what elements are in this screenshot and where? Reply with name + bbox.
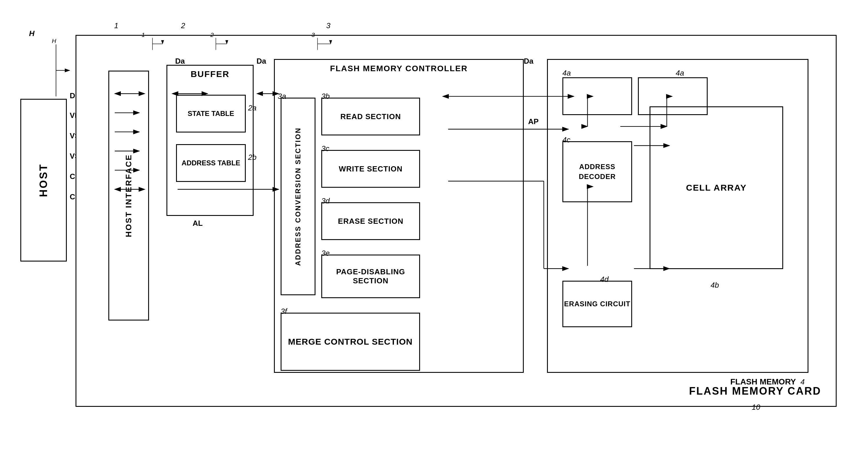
da-top-right: Da xyxy=(524,57,533,66)
state-table-label: STATE TABLE xyxy=(188,109,234,118)
erasing-circuit-label: ERASING CIRCUIT xyxy=(564,299,630,309)
write-section-box: WRITE SECTION xyxy=(321,150,420,188)
cell-array-main-box: CELL ARRAY xyxy=(650,107,783,269)
merge-control-label: MERGE CONTROL SECTION xyxy=(288,336,413,348)
read-section-label: READ SECTION xyxy=(340,112,401,121)
cell-array-label: CELL ARRAY xyxy=(686,182,747,194)
address-decoder-label: ADDRESS DECODER xyxy=(563,162,631,181)
buffer-label: BUFFER xyxy=(167,66,253,81)
flash-memory-card-label: FLASH MEMORY CARD xyxy=(689,385,821,397)
ref-4d: 4d xyxy=(600,275,609,284)
flash-memory-card-box: 1 HOST INTERFACE 2 BUFFER STATE TABLE 2a… xyxy=(75,35,837,407)
address-table-label: ADDRESS TABLE xyxy=(182,158,240,168)
ref-4b: 4b xyxy=(711,281,719,290)
merge-control-box: MERGE CONTROL SECTION xyxy=(281,313,420,371)
ref-3c: 3c xyxy=(321,144,329,153)
address-decoder-box: ADDRESS DECODER xyxy=(562,141,632,202)
flash-memory-box: 4 FLASH MEMORY 4a 4a ADDRESS DECODER 4c … xyxy=(547,59,808,373)
ref-3b: 3b xyxy=(321,92,330,101)
page-disabling-box: PAGE-DISABLING SECTION xyxy=(321,254,420,298)
ref-1: 1 xyxy=(114,21,118,30)
erasing-circuit-box: ERASING CIRCUIT xyxy=(562,281,632,327)
ref-2a: 2a xyxy=(248,103,256,113)
host-interface-box: HOST INTERFACE xyxy=(108,70,149,321)
erase-section-label: ERASE SECTION xyxy=(338,217,403,226)
address-table-box: ADDRESS TABLE xyxy=(176,144,246,182)
buffer-box: BUFFER STATE TABLE 2a ADDRESS TABLE 2b xyxy=(166,65,254,216)
host-box: HOST xyxy=(20,99,67,262)
acs-label: ADDRESS CONVERSION SECTION xyxy=(293,127,302,266)
ref-4a-left: 4a xyxy=(562,68,571,78)
ref-2b: 2b xyxy=(248,153,256,162)
al-label: AL xyxy=(193,219,203,228)
ref-3f: 3f xyxy=(281,307,287,316)
ref-2: 2 xyxy=(181,21,185,30)
ref-4a-right: 4a xyxy=(676,68,684,78)
page-disabling-label: PAGE-DISABLING SECTION xyxy=(322,267,419,285)
host-label: HOST xyxy=(37,163,50,197)
ap-label: AP xyxy=(528,117,538,126)
read-section-box: READ SECTION xyxy=(321,98,420,136)
fmc-box: FLASH MEMORY CONTROLLER ADDRESS CONVERSI… xyxy=(274,59,524,373)
erase-section-box: ERASE SECTION xyxy=(321,202,420,240)
diagram-container: HOST DAT0～3 VDD VSS1 VSS2 CLK CMD H 1 HO… xyxy=(11,11,854,436)
ref-3d: 3d xyxy=(321,197,330,206)
host-interface-label: HOST INTERFACE xyxy=(124,154,133,237)
cell-array-top-left xyxy=(562,77,632,115)
ref-h: H xyxy=(29,29,35,38)
svg-text:H: H xyxy=(52,37,56,44)
da-left-buffer: Da xyxy=(175,57,185,66)
fmc-label: FLASH MEMORY CONTROLLER xyxy=(275,60,523,75)
da-right-buffer: Da xyxy=(256,57,266,66)
ref-3: 3 xyxy=(326,21,330,30)
ref-3e: 3e xyxy=(321,249,330,258)
write-section-label: WRITE SECTION xyxy=(339,164,403,174)
state-table-box: STATE TABLE xyxy=(176,95,246,132)
ref-10: 10 xyxy=(752,403,760,412)
ref-4c: 4c xyxy=(562,136,570,144)
acs-box: ADDRESS CONVERSION SECTION xyxy=(281,98,315,295)
ref-3a: 3a xyxy=(278,92,286,101)
